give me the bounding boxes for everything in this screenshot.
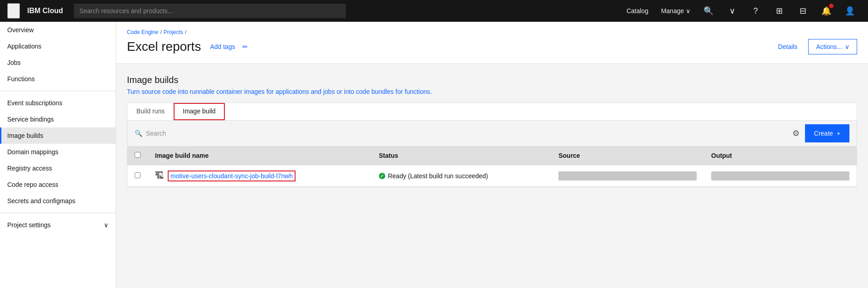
help-button[interactable]: ?: [745, 0, 766, 22]
search-icon-button[interactable]: 🔍: [698, 0, 719, 22]
output-value: [711, 171, 849, 181]
search-icon: 🔍: [703, 6, 713, 16]
sidebar-divider-1: [0, 91, 116, 91]
breadcrumb-code-engine[interactable]: Code Engine: [127, 29, 158, 35]
notifications-button[interactable]: 🔔: [815, 0, 837, 22]
row-output-cell: [704, 165, 857, 187]
page-layout: Overview Applications Jobs Functions Eve…: [0, 22, 868, 288]
dropdown-chevron-button[interactable]: ∨: [721, 0, 743, 22]
sidebar-item-service-bindings[interactable]: Service bindings: [0, 111, 116, 127]
page-title: Excel reports: [127, 39, 201, 54]
row-checkbox[interactable]: [135, 172, 141, 178]
sidebar-item-label: Project settings: [7, 221, 51, 229]
row-source-cell: [551, 165, 704, 187]
sidebar-item-project-settings[interactable]: Project settings ∨: [0, 217, 116, 233]
manage-chevron-icon: ∨: [686, 7, 690, 15]
edit-icon[interactable]: ✏: [242, 43, 248, 50]
build-name-link[interactable]: motive-users-cloudant-sync-job-build-l7n…: [169, 171, 295, 181]
page-title-row: Excel reports Add tags ✏ Details Actions…: [127, 39, 857, 54]
section-subtitle: Turn source code into runnable container…: [127, 88, 857, 95]
project-settings-chevron-icon: ∨: [104, 221, 108, 229]
status-text: Ready (Latest build run succeeded): [388, 172, 488, 180]
chevron-down-icon: ∨: [729, 6, 735, 16]
topnav-right-controls: Catalog Manage ∨ 🔍 ∨ ? ⊞ ⊟ 🔔 👤: [621, 0, 861, 22]
user-icon: 👤: [845, 6, 855, 16]
help-icon: ?: [753, 6, 758, 16]
user-profile-button[interactable]: 👤: [839, 0, 861, 22]
col-header-source: Source: [551, 146, 704, 165]
tab-image-build[interactable]: Image build: [174, 103, 224, 120]
grid-button[interactable]: ⊞: [768, 0, 790, 22]
breadcrumb-projects[interactable]: Projects: [164, 29, 183, 35]
create-button[interactable]: Create +: [805, 124, 849, 142]
sidebar-item-functions[interactable]: Functions: [0, 71, 116, 87]
add-tags-button[interactable]: Add tags: [206, 41, 238, 52]
sidebar-item-label: Service bindings: [7, 116, 54, 123]
grid-icon: ⊞: [776, 6, 783, 16]
status-ready-icon: [379, 173, 385, 179]
search-icon: 🔍: [135, 130, 142, 137]
sidebar-item-registry-access[interactable]: Registry access: [0, 160, 116, 176]
tabs: Build runs Image build: [127, 103, 857, 121]
global-search-input[interactable]: [74, 4, 346, 18]
sidebar-item-image-builds[interactable]: Image builds: [0, 127, 116, 144]
ibm-cloud-logo: IBM Cloud: [27, 7, 63, 15]
source-value: [558, 171, 697, 181]
image-builds-table: Image build name Status Source Output 🏗 …: [127, 146, 857, 187]
breadcrumb: Code Engine / Projects /: [127, 29, 857, 35]
main-content: Code Engine / Projects / Excel reports A…: [116, 22, 868, 288]
sidebar-item-jobs[interactable]: Jobs: [0, 54, 116, 71]
page-header: Code Engine / Projects / Excel reports A…: [116, 22, 868, 64]
breadcrumb-sep-2: /: [185, 29, 186, 35]
select-all-header: [127, 146, 148, 165]
sidebar: Overview Applications Jobs Functions Eve…: [0, 22, 116, 288]
sidebar-item-label: Applications: [7, 43, 42, 50]
sidebar-item-code-repo-access[interactable]: Code repo access: [0, 176, 116, 193]
sidebar-item-secrets-configmaps[interactable]: Secrets and configmaps: [0, 193, 116, 209]
select-all-checkbox[interactable]: [135, 152, 141, 158]
sidebar-item-overview[interactable]: Overview: [0, 22, 116, 38]
manage-link[interactable]: Manage ∨: [655, 0, 696, 22]
table-header-row: Image build name Status Source Output: [127, 146, 857, 165]
breadcrumb-sep-1: /: [160, 29, 161, 35]
actions-button[interactable]: Actions... ∨: [808, 39, 857, 54]
sidebar-divider-2: [0, 213, 116, 213]
actions-chevron-icon: ∨: [845, 43, 849, 50]
create-plus-icon: +: [837, 130, 840, 137]
sidebar-item-label: Domain mappings: [7, 148, 58, 156]
sidebar-item-applications[interactable]: Applications: [0, 38, 116, 54]
row-name-cell: 🏗 motive-users-cloudant-sync-job-build-l…: [148, 165, 372, 187]
table-toolbar: 🔍 ⚙ Create +: [127, 121, 857, 146]
details-button[interactable]: Details: [771, 39, 805, 54]
sidebar-item-label: Code repo access: [7, 181, 58, 188]
sidebar-item-label: Event subscriptions: [7, 99, 62, 107]
sidebar-item-label: Secrets and configmaps: [7, 197, 75, 205]
table-container: Build runs Image build 🔍 ⚙ Create: [127, 103, 857, 187]
hamburger-menu-button[interactable]: ☰: [7, 3, 20, 19]
sidebar-item-event-subscriptions[interactable]: Event subscriptions: [0, 95, 116, 111]
col-header-name: Image build name: [148, 146, 372, 165]
switcher-button[interactable]: ⊟: [792, 0, 814, 22]
topnav: ☰ IBM Cloud Catalog Manage ∨ 🔍 ∨ ? ⊞ ⊟ 🔔: [0, 0, 868, 22]
sidebar-item-domain-mappings[interactable]: Domain mappings: [0, 144, 116, 160]
content-area: Image builds Turn source code into runna…: [116, 64, 868, 198]
sidebar-item-label: Image builds: [7, 132, 43, 139]
sidebar-item-label: Overview: [7, 26, 34, 34]
hamburger-icon: ☰: [10, 6, 17, 15]
tab-build-runs[interactable]: Build runs: [127, 103, 174, 120]
table-search-input[interactable]: [146, 128, 255, 139]
sidebar-item-label: Functions: [7, 75, 35, 83]
search-bar: 🔍: [135, 128, 790, 139]
build-icon: 🏗: [155, 171, 164, 181]
row-status-cell: Ready (Latest build run succeeded): [372, 165, 551, 187]
switcher-icon: ⊟: [800, 6, 806, 16]
col-header-status: Status: [372, 146, 551, 165]
section-title: Image builds: [127, 75, 857, 85]
sidebar-item-label: Registry access: [7, 165, 52, 172]
table-settings-button[interactable]: ⚙: [790, 127, 801, 140]
sidebar-item-label: Jobs: [7, 59, 21, 66]
settings-icon: ⚙: [792, 129, 800, 138]
catalog-link[interactable]: Catalog: [621, 0, 654, 22]
table-row: 🏗 motive-users-cloudant-sync-job-build-l…: [127, 165, 857, 187]
row-checkbox-cell: [127, 165, 148, 187]
